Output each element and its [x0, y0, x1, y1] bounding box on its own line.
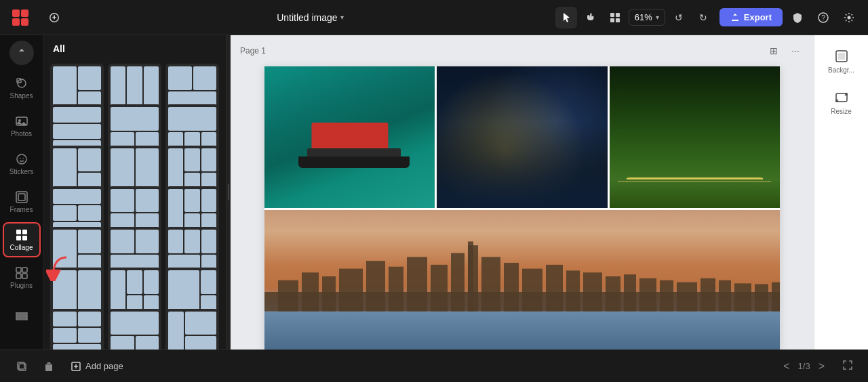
- layout-tool-button[interactable]: [604, 7, 626, 28]
- svg-rect-21: [22, 236, 27, 240]
- doc-title-text: Untitled image: [277, 12, 338, 23]
- svg-rect-31: [302, 272, 319, 311]
- svg-rect-19: [22, 230, 27, 234]
- svg-rect-6: [610, 18, 614, 22]
- svg-rect-34: [366, 261, 385, 312]
- topbar-center: Untitled image ▾: [71, 12, 550, 23]
- frames-label: Frames: [10, 206, 33, 213]
- svg-rect-41: [481, 257, 500, 311]
- collage-thumb-21[interactable]: [165, 309, 219, 349]
- photos-label: Photos: [11, 130, 32, 137]
- svg-rect-2: [12, 18, 20, 26]
- right-panel: Backgr... Resize: [814, 35, 868, 349]
- duplicate-page-button[interactable]: [11, 358, 33, 375]
- svg-rect-36: [407, 257, 427, 311]
- upload-button[interactable]: [43, 7, 65, 28]
- export-label: Export: [744, 12, 772, 22]
- svg-rect-52: [701, 278, 715, 312]
- svg-rect-20: [16, 236, 21, 240]
- canvas-cell-bridge[interactable]: [610, 66, 780, 208]
- topbar: Untitled image ▾: [0, 0, 868, 35]
- svg-rect-46: [583, 272, 602, 311]
- redo-button[interactable]: ↻: [692, 7, 714, 28]
- left-sidebar: Shapes Photos Stickers: [0, 35, 43, 349]
- add-page-button[interactable]: Add page: [65, 358, 129, 375]
- topbar-left-tools: [43, 7, 65, 28]
- canvas-content: [231, 66, 814, 349]
- svg-rect-56: [772, 282, 780, 312]
- svg-rect-0: [12, 9, 20, 17]
- canvas-expand-button[interactable]: ⊞: [765, 42, 783, 60]
- topbar-right: Export ?: [719, 7, 860, 28]
- bottom-left-tools: Add page: [11, 358, 129, 375]
- sidebar-item-more[interactable]: [3, 298, 41, 333]
- sidebar-item-shapes[interactable]: Shapes: [3, 70, 41, 106]
- zoom-value: 61%: [635, 12, 652, 22]
- background-label: Backgr...: [828, 66, 854, 74]
- canvas-more-button[interactable]: ···: [787, 42, 804, 60]
- canvas-header: Page 1 ⊞ ···: [231, 35, 814, 66]
- svg-rect-49: [639, 278, 656, 312]
- svg-rect-27: [16, 316, 27, 317]
- canvas-cell-boat[interactable]: [264, 66, 435, 208]
- zoom-control[interactable]: 61% ▾: [629, 9, 665, 26]
- svg-rect-22: [16, 268, 21, 272]
- svg-rect-26: [16, 313, 27, 314]
- canvas-area: Page 1 ⊞ ···: [231, 35, 814, 349]
- app-logo[interactable]: [8, 5, 33, 30]
- svg-rect-33: [339, 269, 363, 312]
- settings-button[interactable]: [838, 7, 860, 28]
- next-page-button[interactable]: >: [814, 359, 829, 374]
- collage-panel: All: [43, 35, 226, 349]
- main-area: Shapes Photos Stickers: [0, 35, 868, 349]
- svg-rect-55: [755, 284, 768, 311]
- help-button[interactable]: ?: [812, 7, 834, 28]
- doc-title-button[interactable]: Untitled image ▾: [277, 12, 344, 23]
- background-tool[interactable]: Backgr...: [820, 43, 863, 79]
- hand-tool-button[interactable]: [580, 7, 601, 28]
- svg-rect-45: [566, 270, 580, 311]
- svg-rect-40: [468, 241, 473, 311]
- sidebar-item-collage[interactable]: Collage: [3, 222, 41, 257]
- svg-rect-58: [838, 53, 845, 60]
- stickers-label: Stickers: [9, 168, 34, 175]
- fullscreen-button[interactable]: [838, 358, 857, 375]
- svg-rect-17: [18, 194, 25, 200]
- svg-rect-18: [16, 230, 21, 234]
- doc-title-chevron: ▾: [340, 14, 344, 21]
- page-label: Page 1: [240, 46, 266, 56]
- collapse-button[interactable]: [9, 41, 34, 65]
- svg-rect-24: [16, 274, 21, 278]
- sidebar-item-stickers[interactable]: Stickers: [3, 146, 41, 182]
- shield-button[interactable]: [787, 7, 808, 28]
- resize-tool[interactable]: Resize: [820, 85, 863, 121]
- sidebar-item-photos[interactable]: Photos: [3, 108, 41, 144]
- svg-rect-23: [22, 268, 27, 272]
- plugins-label: Plugins: [10, 282, 33, 289]
- zoom-chevron: ▾: [656, 14, 659, 21]
- svg-rect-28: [16, 318, 27, 320]
- pointer-tool-button[interactable]: [555, 7, 577, 28]
- svg-rect-51: [677, 282, 697, 312]
- delete-page-button[interactable]: [38, 358, 60, 375]
- svg-point-14: [18, 119, 21, 122]
- bottom-bar: Add page < 1/3 >: [0, 349, 868, 382]
- resize-label: Resize: [831, 108, 852, 115]
- collage-frame[interactable]: [264, 66, 780, 349]
- undo-button[interactable]: ↺: [668, 7, 690, 28]
- svg-rect-47: [606, 276, 620, 312]
- canvas-cell-aerial[interactable]: [437, 66, 607, 208]
- svg-rect-38: [451, 253, 465, 312]
- sidebar-item-plugins[interactable]: Plugins: [3, 260, 41, 295]
- svg-rect-53: [719, 280, 731, 312]
- collage-thumb-19[interactable]: [50, 309, 104, 349]
- export-button[interactable]: Export: [719, 8, 783, 26]
- svg-rect-54: [734, 283, 751, 311]
- page-navigation: < 1/3 >: [779, 358, 857, 375]
- canvas-cell-skyline[interactable]: [264, 210, 780, 350]
- sidebar-item-frames[interactable]: Frames: [3, 184, 41, 219]
- collage-thumb-20[interactable]: [108, 309, 161, 349]
- prev-page-button[interactable]: <: [779, 359, 793, 374]
- shapes-label: Shapes: [10, 92, 33, 100]
- svg-rect-25: [22, 274, 27, 278]
